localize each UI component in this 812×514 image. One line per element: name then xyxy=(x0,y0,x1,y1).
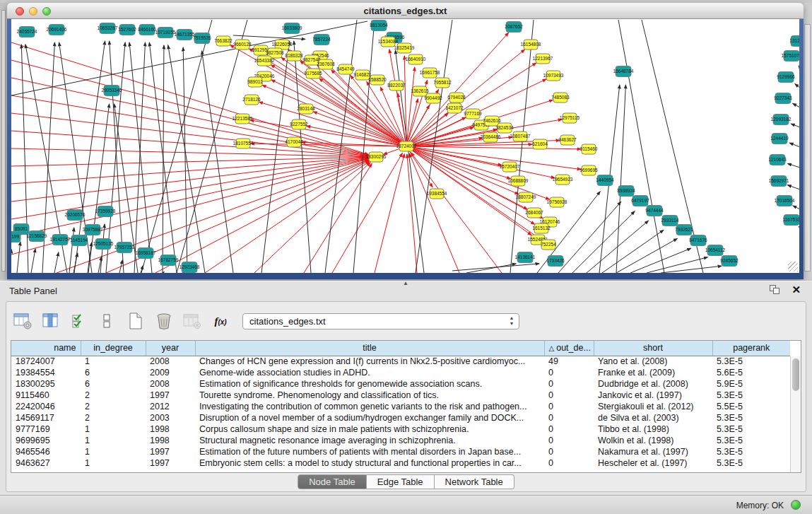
network-node[interactable]: 12093182 xyxy=(771,115,792,125)
network-node[interactable]: 12923468 xyxy=(180,262,200,273)
citation-edge-black[interactable] xyxy=(233,35,305,39)
network-window-titlebar[interactable]: citations_edges.txt xyxy=(7,3,804,19)
network-node[interactable]: 3824534 xyxy=(495,123,514,133)
citation-edge-black[interactable] xyxy=(73,253,78,273)
citation-edge-black[interactable] xyxy=(119,260,122,273)
network-node[interactable]: 752254 xyxy=(541,240,556,250)
network-node[interactable]: 9245652 xyxy=(720,256,739,267)
network-node[interactable]: 7485083 xyxy=(551,93,570,103)
network-node[interactable]: 1615132 xyxy=(532,223,551,233)
network-node[interactable]: 18807249 xyxy=(516,192,536,202)
create-column-icon[interactable] xyxy=(125,310,146,332)
citation-edge-black[interactable] xyxy=(202,51,233,273)
network-node[interactable]: 24055724 xyxy=(17,27,37,37)
table-select[interactable]: citations_edges.txt ▲▼ xyxy=(242,313,519,329)
network-node[interactable]: 621604 xyxy=(532,139,548,149)
citation-edge-black[interactable] xyxy=(799,66,799,68)
network-node[interactable]: 17016504 xyxy=(775,196,795,206)
column-header-name[interactable]: name xyxy=(11,341,81,356)
network-node[interactable]: 4170044 xyxy=(285,137,303,147)
network-node[interactable]: 1527602 xyxy=(118,25,136,35)
citation-edge-black[interactable] xyxy=(787,185,799,189)
tab-node-table[interactable]: Node Table xyxy=(298,474,367,489)
column-header-pagerank[interactable]: pagerank xyxy=(712,341,790,356)
network-node[interactable]: 989011 xyxy=(247,77,263,87)
function-builder-icon[interactable]: f(x) xyxy=(210,310,231,332)
network-node[interactable]: 16782759 xyxy=(158,255,179,266)
citation-edge-black[interactable] xyxy=(353,20,375,273)
column-header-in_degree[interactable]: in_degree xyxy=(81,341,146,356)
network-node[interactable]: 1167533 xyxy=(783,215,799,226)
network-node[interactable]: 12975115 xyxy=(560,113,580,123)
memory-status-dot[interactable] xyxy=(791,500,801,510)
table-row[interactable]: 1456911722003Disruption of a novel membe… xyxy=(11,412,790,424)
table-row[interactable]: 911546021997Tourette syndrome. Phenomeno… xyxy=(11,390,790,401)
network-node[interactable]: 8813054 xyxy=(370,21,388,31)
network-node[interactable]: 12156829 xyxy=(27,231,47,242)
tab-network-table[interactable]: Network Table xyxy=(435,474,514,489)
citation-edge-black[interactable] xyxy=(616,85,625,273)
network-node[interactable]: 9463627 xyxy=(558,135,577,145)
table-scrollbar[interactable] xyxy=(790,356,801,472)
network-node[interactable]: 15720407 xyxy=(500,162,520,172)
network-node[interactable]: 18107554 xyxy=(233,139,254,148)
citation-edge-black[interactable] xyxy=(558,201,621,273)
network-canvas[interactable]: 2405572420691406106532871527602846616010… xyxy=(11,19,799,273)
network-node[interactable]: 30975887 xyxy=(83,225,103,235)
citation-edge-black[interactable] xyxy=(17,242,20,273)
network-node[interactable]: 2367608 xyxy=(317,59,335,69)
table-row[interactable]: 946362711997Embryonic stem cells: a mode… xyxy=(11,457,790,469)
citation-edge-black[interactable] xyxy=(795,84,799,88)
citation-edge-black[interactable] xyxy=(163,271,164,273)
trash-icon[interactable] xyxy=(153,310,175,332)
citation-edge-red[interactable] xyxy=(375,154,404,273)
network-node[interactable]: 18325419 xyxy=(394,43,415,53)
network-node[interactable]: 1421072 xyxy=(445,103,464,113)
network-node[interactable]: 14671355 xyxy=(175,30,195,40)
citation-edge-red[interactable] xyxy=(254,163,370,273)
network-node[interactable]: 16958187 xyxy=(136,248,156,259)
network-node[interactable]: 10654112 xyxy=(705,245,726,256)
network-node[interactable]: 1145194 xyxy=(71,235,88,246)
network-node[interactable]: 7857224 xyxy=(312,35,331,45)
table-row[interactable]: 969969511998Structural magnetic resonanc… xyxy=(11,435,790,446)
network-node[interactable]: 19654923 xyxy=(553,175,573,185)
network-node[interactable]: 16033809 xyxy=(282,23,302,34)
network-node[interactable]: 29053346 xyxy=(102,86,122,96)
network-node[interactable]: 1312004 xyxy=(789,36,799,47)
column-visibility-icon[interactable] xyxy=(40,310,61,332)
column-header-short[interactable]: short xyxy=(594,341,712,356)
citation-edge-black[interactable] xyxy=(618,20,664,273)
citation-edge-black[interactable] xyxy=(325,20,357,273)
network-node[interactable]: 7955812 xyxy=(433,78,452,88)
network-node[interactable]: 20206576 xyxy=(65,210,86,221)
network-node[interactable]: 1588520 xyxy=(368,75,387,85)
network-node[interactable]: 33199 xyxy=(11,232,20,243)
column-header-year[interactable]: year xyxy=(146,341,195,356)
citation-edge-black[interactable] xyxy=(466,264,516,273)
select-all-rows-icon[interactable] xyxy=(69,310,90,332)
network-node[interactable]: 16648784 xyxy=(613,66,634,77)
citation-edge-black[interactable] xyxy=(647,257,707,273)
network-node[interactable]: 9904492 xyxy=(424,93,442,103)
network-node[interactable]: 12213589 xyxy=(233,114,253,124)
table-mode-icon[interactable] xyxy=(12,310,33,332)
network-node[interactable]: 15751074 xyxy=(782,51,799,62)
network-node[interactable]: 16154808 xyxy=(521,40,541,49)
network-node[interactable]: 2803144 xyxy=(297,104,315,114)
network-node[interactable]: 10653287 xyxy=(98,23,118,34)
citation-edge-red[interactable] xyxy=(205,161,370,273)
window-resize-grip[interactable] xyxy=(788,262,798,271)
network-node[interactable]: 17957253 xyxy=(114,243,135,253)
citation-edge-red[interactable] xyxy=(11,95,368,156)
citation-edge-black[interactable] xyxy=(163,45,164,273)
network-node[interactable]: 2684067 xyxy=(525,208,543,218)
citation-edge-black[interactable] xyxy=(791,124,799,127)
network-node[interactable]: 15692971 xyxy=(769,176,789,187)
network-node[interactable]: 2087652 xyxy=(505,22,523,33)
citation-edge-black[interactable] xyxy=(793,103,799,107)
network-node[interactable]: 8466160 xyxy=(138,25,156,35)
network-node[interactable]: 9660128 xyxy=(233,40,252,49)
citation-edge-red[interactable] xyxy=(304,163,372,273)
network-node[interactable]: 2933114 xyxy=(661,216,679,226)
